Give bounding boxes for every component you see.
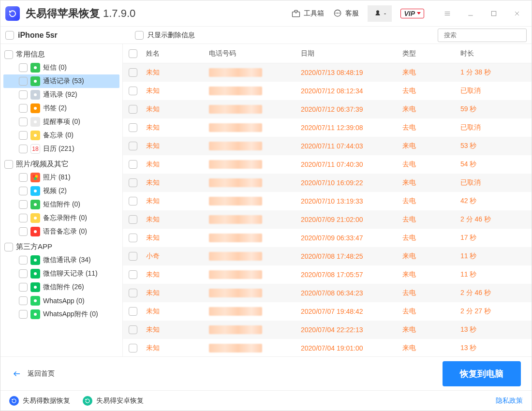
svg-point-16 [34, 190, 37, 192]
item-checkbox[interactable] [19, 63, 28, 72]
th-name[interactable]: 姓名 [146, 49, 209, 58]
item-checkbox[interactable] [19, 227, 28, 236]
group-checkbox[interactable] [4, 160, 13, 169]
sidebar-item[interactable]: 备忘录 (0) [3, 129, 119, 142]
item-checkbox[interactable] [19, 269, 28, 278]
vip-badge[interactable]: VIP [400, 9, 424, 18]
row-checkbox[interactable] [129, 325, 137, 334]
sidebar-group-header[interactable]: 第三方APP [3, 240, 119, 253]
table-row[interactable]: 未知2020/07/13 08:48:19来电1 分 38 秒 [123, 63, 532, 82]
minimize-button[interactable] [461, 6, 480, 21]
row-checkbox[interactable] [129, 344, 137, 352]
table-row[interactable]: 未知2020/07/04 22:22:13来电13 秒 [123, 321, 532, 339]
sidebar-item[interactable]: 照片 (81) [3, 171, 119, 184]
table-row[interactable]: 未知2020/07/10 13:19:33去电42 秒 [123, 192, 532, 210]
device-checkbox[interactable] [5, 31, 14, 40]
toolbox-button[interactable]: 工具箱 [291, 9, 324, 18]
row-checkbox[interactable] [129, 307, 137, 316]
item-checkbox[interactable] [19, 214, 28, 222]
item-checkbox[interactable] [19, 104, 28, 113]
table-row[interactable]: 未知2020/07/12 08:12:34去电已取消 [123, 82, 532, 100]
row-checkbox[interactable] [129, 197, 137, 206]
sidebar-item[interactable]: 语音备忘录 (0) [3, 225, 119, 238]
cell-duration: 2 分 46 秒 [460, 215, 526, 224]
group-checkbox[interactable] [4, 50, 13, 59]
sidebar-item[interactable]: 视频 (2) [3, 184, 119, 198]
item-checkbox[interactable] [19, 131, 28, 140]
sidebar-item[interactable]: WhatsApp (0) [3, 294, 119, 308]
sidebar-item[interactable]: 微信通讯录 (34) [3, 253, 119, 267]
item-checkbox[interactable] [19, 90, 28, 99]
table-row[interactable]: 未知2020/07/08 17:05:57来电11 秒 [123, 265, 532, 284]
support-button[interactable]: 客服 [333, 9, 359, 18]
row-checkbox[interactable] [129, 270, 137, 279]
menu-button[interactable] [438, 6, 457, 21]
select-all-checkbox[interactable] [129, 49, 137, 58]
th-type[interactable]: 类型 [402, 49, 460, 58]
row-checkbox[interactable] [129, 160, 137, 169]
item-checkbox[interactable] [19, 187, 28, 195]
sidebar-item[interactable]: 18日历 (221) [3, 142, 119, 156]
row-checkbox[interactable] [129, 289, 137, 297]
table-row[interactable]: 未知2020/07/11 07:44:03来电53 秒 [123, 137, 532, 155]
sidebar-item[interactable]: 微信聊天记录 (11) [3, 267, 119, 280]
sidebar-item[interactable]: 备忘录附件 (0) [3, 211, 119, 225]
table-row[interactable]: 未知2020/07/10 16:09:22来电已取消 [123, 174, 532, 192]
th-duration[interactable]: 时长 [460, 49, 526, 58]
group-checkbox[interactable] [4, 243, 13, 251]
sidebar-group-header[interactable]: 照片/视频及其它 [3, 158, 119, 171]
row-checkbox[interactable] [129, 105, 137, 114]
item-checkbox[interactable] [19, 173, 28, 182]
cell-phone [209, 270, 301, 279]
row-checkbox[interactable] [129, 142, 137, 150]
table-row[interactable]: 未知2020/07/08 06:34:23去电2 分 46 秒 [123, 284, 532, 302]
sidebar-item[interactable]: 提醒事项 (0) [3, 115, 119, 129]
item-checkbox[interactable] [19, 283, 28, 292]
brand-data-recovery[interactable]: 失易得数据恢复 [9, 396, 70, 406]
recover-button[interactable]: 恢复到电脑 [443, 361, 521, 386]
table-row[interactable]: 未知2020/07/11 07:40:30去电54 秒 [123, 155, 532, 174]
sidebar-group-header[interactable]: 常用信息 [3, 48, 119, 61]
show-deleted-toggle[interactable]: 只显示删除信息 [135, 31, 195, 40]
table-row[interactable]: 未知2020/07/09 06:33:47去电17 秒 [123, 229, 532, 247]
search-input[interactable] [444, 31, 525, 39]
sidebar-item[interactable]: 通话记录 (53) [3, 74, 119, 88]
sidebar-item[interactable]: 短信 (0) [3, 61, 119, 74]
table-row[interactable]: 未知2020/07/04 19:01:00来电13 秒 [123, 339, 532, 356]
th-date[interactable]: 日期 [301, 49, 402, 58]
item-checkbox[interactable] [19, 256, 28, 264]
table-row[interactable]: 未知2020/07/11 12:39:08去电已取消 [123, 118, 532, 137]
row-checkbox[interactable] [129, 123, 137, 132]
close-button[interactable] [507, 6, 527, 21]
account-button[interactable]: - [368, 5, 392, 22]
sidebar-item[interactable]: 书签 (2) [3, 102, 119, 115]
privacy-link[interactable]: 隐私政策 [496, 396, 523, 405]
close-icon [513, 10, 521, 17]
item-checkbox[interactable] [19, 145, 28, 153]
maximize-button[interactable] [484, 6, 503, 21]
item-checkbox[interactable] [19, 77, 28, 86]
row-checkbox[interactable] [129, 252, 137, 261]
search-box[interactable] [438, 29, 527, 42]
sidebar-item[interactable]: 短信附件 (0) [3, 198, 119, 211]
row-checkbox[interactable] [129, 87, 137, 95]
table-row[interactable]: 未知2020/07/07 19:48:42去电2 分 27 秒 [123, 302, 532, 321]
table-row[interactable]: 小奇2020/07/08 17:48:25来电11 秒 [123, 247, 532, 265]
item-checkbox[interactable] [19, 296, 28, 305]
row-checkbox[interactable] [129, 178, 137, 187]
sidebar-item[interactable]: 微信附件 (26) [3, 280, 119, 294]
row-checkbox[interactable] [129, 215, 137, 224]
row-checkbox[interactable] [129, 234, 137, 242]
sidebar-item[interactable]: 通讯录 (92) [3, 88, 119, 102]
item-checkbox[interactable] [19, 117, 28, 126]
deleted-checkbox[interactable] [135, 31, 144, 40]
row-checkbox[interactable] [129, 68, 137, 77]
item-checkbox[interactable] [19, 310, 28, 319]
table-row[interactable]: 未知2020/07/12 06:37:39来电59 秒 [123, 100, 532, 118]
back-home-button[interactable]: 返回首页 [11, 369, 55, 378]
sidebar-item[interactable]: WhatsApp附件 (0) [3, 308, 119, 321]
brand-android-recovery[interactable]: 失易得安卓恢复 [83, 396, 144, 406]
table-row[interactable]: 未知2020/07/09 21:02:00去电2 分 46 秒 [123, 210, 532, 229]
item-checkbox[interactable] [19, 200, 28, 209]
th-phone[interactable]: 电话号码 [209, 49, 301, 58]
